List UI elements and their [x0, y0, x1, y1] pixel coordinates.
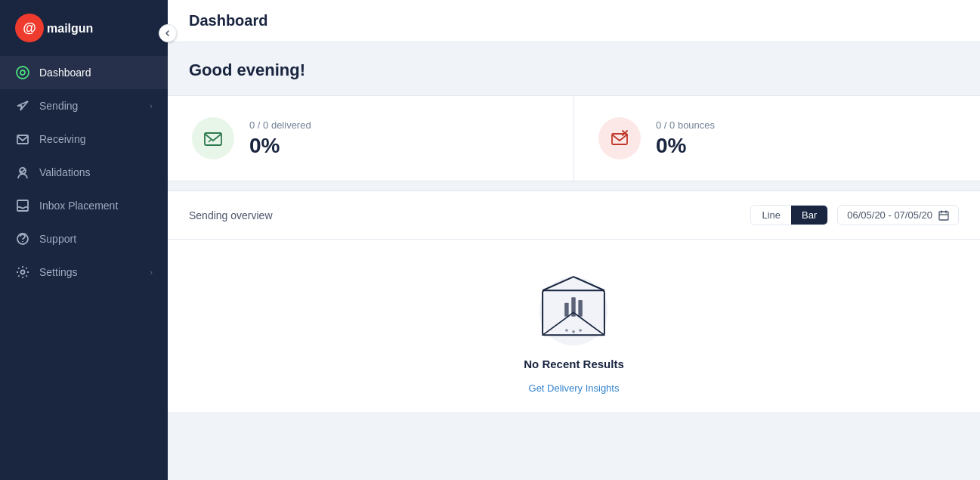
sidebar-item-dashboard[interactable]: Dashboard [0, 56, 168, 89]
empty-chart-illustration [528, 270, 619, 345]
sidebar-item-label: Validations [39, 166, 153, 178]
chart-header: Sending overview Line Bar 06/05/20 - 07/… [168, 191, 980, 240]
sidebar-item-sending[interactable]: Sending › [0, 89, 168, 122]
greeting-section: Good evening! [168, 42, 980, 95]
stat-card-delivered: 0 / 0 delivered 0% [168, 96, 574, 181]
chart-view-toggle[interactable]: Line Bar [750, 205, 828, 225]
stat-value-bounces: 0% [656, 134, 715, 158]
settings-icon [15, 265, 30, 280]
sidebar-item-inbox-placement[interactable]: Inbox Placement [0, 189, 168, 222]
stat-card-bounces: 0 / 0 bounces 0% [574, 96, 980, 181]
chart-title: Sending overview [189, 209, 741, 221]
sidebar: @ mailgun Dashboard Sending › [0, 0, 168, 480]
svg-point-13 [21, 271, 25, 274]
sidebar-item-label: Inbox Placement [39, 200, 153, 212]
svg-rect-26 [565, 303, 569, 317]
stat-info-bounces: 0 / 0 bounces 0% [656, 119, 715, 158]
inbox-placement-icon [15, 198, 30, 213]
sidebar-item-settings[interactable]: Settings › [0, 255, 168, 289]
svg-rect-9 [17, 200, 28, 211]
svg-point-31 [580, 329, 583, 332]
svg-point-3 [17, 67, 29, 79]
line-toggle-button[interactable]: Line [751, 206, 791, 225]
main-content: Dashboard Good evening! 0 / 0 delivered … [168, 0, 980, 480]
bounces-icon [609, 128, 630, 149]
chart-body: No Recent Results Get Delivery Insights [168, 240, 980, 412]
topbar: Dashboard [168, 0, 980, 42]
bounces-icon-circle [598, 117, 641, 159]
chevron-right-icon: › [150, 268, 153, 277]
svg-rect-27 [572, 297, 576, 316]
delivered-icon [202, 128, 224, 149]
content-area: Good evening! 0 / 0 delivered 0% [168, 42, 980, 480]
greeting-text: Good evening! [189, 60, 959, 80]
date-range-text: 06/05/20 - 07/05/20 [847, 209, 932, 221]
svg-text:mailgun: mailgun [47, 22, 93, 35]
sending-icon [15, 98, 30, 113]
svg-point-29 [566, 329, 569, 332]
svg-rect-18 [939, 212, 948, 220]
sidebar-item-label: Sending [39, 100, 150, 112]
chart-section: Sending overview Line Bar 06/05/20 - 07/… [168, 190, 980, 412]
support-icon [15, 231, 30, 246]
page-title: Dashboard [189, 12, 267, 29]
sidebar-item-label: Dashboard [39, 67, 153, 79]
sidebar-item-validations[interactable]: Validations [0, 156, 168, 189]
svg-point-30 [573, 330, 576, 333]
calendar-icon [938, 210, 949, 221]
sidebar-item-label: Support [39, 233, 153, 245]
stat-label-delivered: 0 / 0 delivered [249, 119, 311, 131]
sidebar-item-label: Receiving [39, 133, 153, 145]
svg-rect-14 [205, 133, 221, 145]
sidebar-item-label: Settings [39, 266, 150, 278]
chevron-right-icon: › [150, 101, 153, 110]
stats-row: 0 / 0 delivered 0% 0 / 0 bounces 0% [168, 95, 980, 181]
sidebar-collapse-button[interactable] [159, 24, 177, 42]
stat-label-bounces: 0 / 0 bounces [656, 119, 715, 131]
receiving-icon [15, 132, 30, 147]
sidebar-item-support[interactable]: Support [0, 222, 168, 255]
bar-toggle-button[interactable]: Bar [791, 206, 827, 225]
svg-rect-15 [612, 134, 627, 144]
svg-point-4 [20, 70, 25, 75]
delivered-icon-circle [192, 117, 234, 159]
stat-value-delivered: 0% [249, 134, 311, 158]
dashboard-icon [15, 65, 30, 80]
empty-state: No Recent Results Get Delivery Insights [524, 270, 624, 394]
logo[interactable]: @ mailgun [0, 0, 168, 56]
sidebar-item-receiving[interactable]: Receiving [0, 122, 168, 156]
no-results-title: No Recent Results [524, 358, 624, 370]
date-range-picker[interactable]: 06/05/20 - 07/05/20 [837, 205, 959, 225]
stat-info-delivered: 0 / 0 delivered 0% [249, 119, 311, 158]
validations-icon [15, 165, 30, 180]
delivery-insights-link[interactable]: Get Delivery Insights [529, 382, 620, 394]
svg-text:@: @ [23, 20, 36, 36]
svg-rect-28 [579, 300, 583, 317]
